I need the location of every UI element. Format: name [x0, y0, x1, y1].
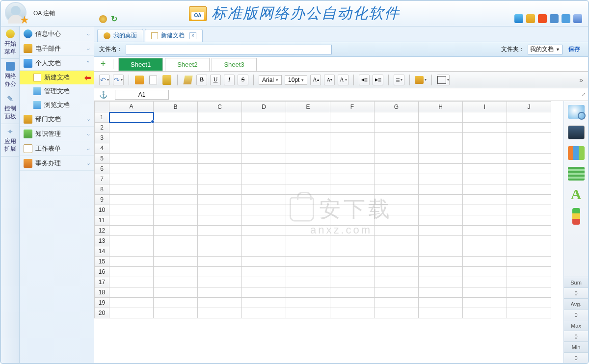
cell[interactable]	[419, 215, 463, 226]
nav-item[interactable]: 信息中心⌵	[20, 26, 94, 41]
chat-icon[interactable]	[514, 14, 523, 23]
cell[interactable]	[242, 164, 286, 174]
row-header[interactable]: 16	[95, 267, 109, 277]
cell[interactable]	[286, 287, 330, 298]
cell[interactable]	[463, 195, 507, 205]
cell[interactable]	[109, 298, 154, 308]
row-header[interactable]: 4	[95, 143, 109, 154]
border-button[interactable]	[437, 75, 450, 85]
cell[interactable]	[242, 174, 286, 184]
traffic-light-icon[interactable]	[572, 208, 580, 225]
cell[interactable]	[419, 154, 463, 164]
cell[interactable]	[419, 164, 463, 174]
cell[interactable]	[375, 287, 419, 298]
user-icon[interactable]	[550, 14, 559, 23]
cell[interactable]	[463, 267, 507, 277]
cell[interactable]	[242, 154, 286, 164]
cell[interactable]	[330, 174, 375, 184]
bold-button[interactable]: B	[196, 75, 207, 85]
cell[interactable]	[109, 143, 154, 154]
cell[interactable]	[375, 277, 419, 287]
undo-button[interactable]	[99, 75, 110, 85]
cell[interactable]	[154, 226, 198, 236]
cell[interactable]	[375, 133, 419, 143]
cell[interactable]	[419, 277, 463, 287]
cell[interactable]	[198, 236, 242, 246]
cell[interactable]	[330, 205, 375, 215]
cell[interactable]	[109, 112, 154, 123]
cell[interactable]	[109, 215, 154, 226]
cell[interactable]	[242, 246, 286, 257]
cell[interactable]	[507, 154, 551, 164]
row-header[interactable]: 7	[95, 174, 109, 184]
cell[interactable]	[109, 154, 154, 164]
paste-button[interactable]	[161, 75, 172, 85]
cell[interactable]	[375, 164, 419, 174]
cell[interactable]	[507, 298, 551, 308]
cell[interactable]	[375, 174, 419, 184]
cell[interactable]	[507, 174, 551, 184]
cell[interactable]	[463, 226, 507, 236]
nav-item[interactable]: 部门文档⌵	[20, 112, 94, 127]
select-all-corner[interactable]	[95, 102, 109, 112]
rail-item-control[interactable]: ✎控制面板	[1, 91, 19, 124]
cell[interactable]	[242, 143, 286, 154]
bar-chart-icon[interactable]	[568, 146, 585, 160]
column-header[interactable]: F	[330, 102, 375, 112]
italic-button[interactable]: I	[224, 75, 235, 85]
cell[interactable]	[198, 308, 242, 318]
cell[interactable]	[242, 123, 286, 133]
font-shrink-button[interactable]: A▾	[324, 75, 335, 85]
cell[interactable]	[154, 112, 198, 123]
cell[interactable]	[330, 236, 375, 246]
doc-tab[interactable]: 新建文档×	[145, 29, 203, 42]
logout-link[interactable]: OA 注销	[33, 9, 55, 18]
cell[interactable]	[507, 287, 551, 298]
column-header[interactable]: D	[242, 102, 286, 112]
cell[interactable]	[242, 226, 286, 236]
cell[interactable]	[286, 267, 330, 277]
cell[interactable]	[375, 154, 419, 164]
cell[interactable]	[198, 133, 242, 143]
indent-button[interactable]: ≡	[373, 75, 383, 85]
cell[interactable]	[463, 154, 507, 164]
cell[interactable]	[109, 123, 154, 133]
cell[interactable]	[286, 215, 330, 226]
cell[interactable]	[154, 205, 198, 215]
cell[interactable]	[154, 308, 198, 318]
cell[interactable]	[242, 133, 286, 143]
font-family-select[interactable]: Arial	[259, 75, 282, 85]
cell[interactable]	[286, 195, 330, 205]
cell[interactable]	[286, 308, 330, 318]
cell[interactable]	[109, 246, 154, 257]
cell[interactable]	[463, 236, 507, 246]
column-header[interactable]: G	[375, 102, 419, 112]
cell[interactable]	[330, 277, 375, 287]
cell[interactable]	[463, 246, 507, 257]
cell[interactable]	[463, 298, 507, 308]
row-header[interactable]: 6	[95, 164, 109, 174]
format-painter-button[interactable]	[183, 75, 193, 85]
cell[interactable]	[286, 133, 330, 143]
cell[interactable]	[330, 112, 375, 123]
cell[interactable]	[375, 123, 419, 133]
cell[interactable]	[375, 236, 419, 246]
cell[interactable]	[154, 287, 198, 298]
cell[interactable]	[463, 112, 507, 123]
cell[interactable]	[463, 205, 507, 215]
cell[interactable]	[330, 123, 375, 133]
cell[interactable]	[507, 246, 551, 257]
refresh-icon[interactable]: ↻	[111, 15, 119, 23]
cell[interactable]	[330, 308, 375, 318]
cell[interactable]	[375, 267, 419, 277]
row-header[interactable]: 14	[95, 246, 109, 257]
cell[interactable]	[109, 164, 154, 174]
cell[interactable]	[419, 133, 463, 143]
cell[interactable]	[198, 205, 242, 215]
cell[interactable]	[419, 195, 463, 205]
row-header[interactable]: 2	[95, 123, 109, 133]
cell[interactable]	[286, 298, 330, 308]
cell[interactable]	[198, 298, 242, 308]
cell[interactable]	[109, 195, 154, 205]
row-header[interactable]: 3	[95, 133, 109, 143]
